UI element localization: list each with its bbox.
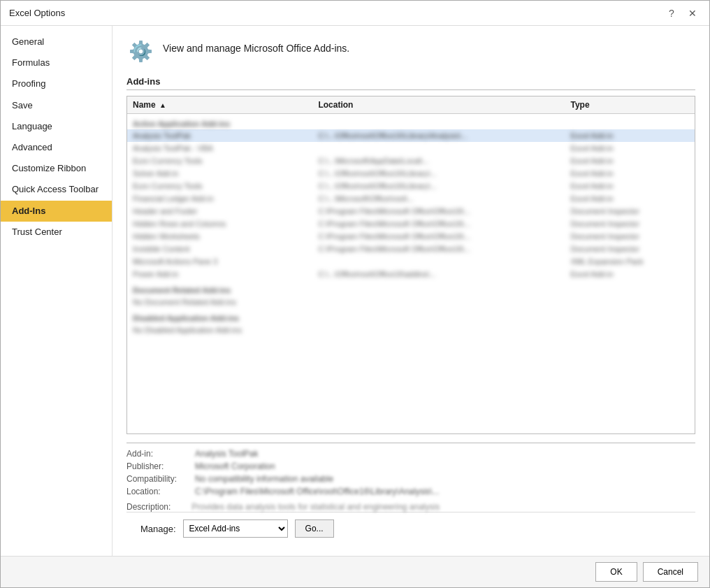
row-type: Excel Add-in: [565, 129, 695, 142]
row-name: Euro Currency Tools: [127, 155, 312, 167]
table-row[interactable]: Hidden WorksheetsC:\Program Files\Micros…: [127, 230, 695, 243]
row-type: Excel Add-in: [565, 180, 695, 192]
table-header-row: Name ▲ Location Type: [127, 96, 695, 114]
sidebar-item-customize-ribbon[interactable]: Customize Ribbon: [1, 158, 112, 179]
row-name: Invisible Content: [127, 243, 312, 255]
table-section-header: Disabled Application Add-ins: [127, 308, 695, 324]
detail-location-value: C:\Program Files\Microsoft Office\root\O…: [195, 487, 695, 496]
detail-description-row: Description: Provides data analysis tool…: [126, 502, 695, 512]
row-location: C:\...\Microsoft\AppData\Local\...: [312, 155, 565, 167]
table-row[interactable]: Header and FooterC:\Program Files\Micros…: [127, 205, 695, 217]
section-label: Add-ins: [126, 76, 695, 90]
detail-compat-label: Compatibility:: [126, 474, 189, 484]
row-location: C:\...\Microsoft\Office\root\...: [312, 192, 565, 205]
sidebar-item-general[interactable]: General: [1, 31, 112, 52]
row-name: Hidden Worksheets: [127, 230, 312, 243]
manage-select[interactable]: Excel Add-insCOM Add-insActionsXML Expan…: [183, 519, 288, 538]
row-type: Excel Add-in: [565, 192, 695, 205]
details-section: Add-in: Analysis ToolPak Publisher: Micr…: [126, 443, 695, 512]
dialog-body: GeneralFormulasProofingSaveLanguageAdvan…: [1, 26, 709, 556]
table-row[interactable]: Invisible ContentC:\Program Files\Micros…: [127, 243, 695, 255]
row-location: C:\Program Files\Microsoft Office\Office…: [312, 217, 565, 230]
addins-table: Name ▲ Location Type Active Appl: [127, 96, 695, 336]
table-row[interactable]: No Document Related Add-ins: [127, 296, 695, 308]
dialog-title: Excel Options: [9, 8, 65, 18]
section-header-cell: Disabled Application Add-ins: [127, 308, 695, 324]
row-location: [312, 255, 565, 268]
detail-addin-label: Add-in:: [126, 449, 189, 459]
row-type: [565, 296, 695, 308]
row-name: Header and Footer: [127, 205, 312, 217]
table-row[interactable]: Solver Add-inC:\...\Office\root\Office16…: [127, 167, 695, 180]
row-name: No Disabled Application Add-ins: [127, 324, 312, 336]
title-controls: ? ✕: [663, 5, 701, 22]
row-type: Document Inspector: [565, 230, 695, 243]
page-header: ⚙️ View and manage Microsoft Office Add-…: [126, 37, 695, 65]
detail-publisher-value: Microsoft Corporation: [195, 461, 695, 471]
sidebar: GeneralFormulasProofingSaveLanguageAdvan…: [1, 26, 113, 556]
table-row[interactable]: Power Add-inC:\...\Office\root\Office16\…: [127, 268, 695, 280]
page-description: View and manage Microsoft Office Add-ins…: [163, 43, 349, 54]
row-type: Document Inspector: [565, 205, 695, 217]
row-location: C:\...\Office\root\Office16\Library\...: [312, 167, 565, 180]
sidebar-item-save[interactable]: Save: [1, 95, 112, 116]
sidebar-item-add-ins[interactable]: Add-Ins: [1, 201, 112, 222]
row-name: Financial Ledger Add-in: [127, 192, 312, 205]
close-button[interactable]: ✕: [684, 5, 701, 22]
addins-table-container[interactable]: Name ▲ Location Type Active Appl: [126, 96, 695, 434]
sort-arrow-name: ▲: [159, 101, 166, 109]
row-type: [565, 324, 695, 336]
detail-location-row: Location: C:\Program Files\Microsoft Off…: [126, 487, 695, 496]
row-name: Euro Currency Tools: [127, 180, 312, 192]
row-location: C:\...\Office\root\Office16\Library\...: [312, 180, 565, 192]
row-type: Document Inspector: [565, 217, 695, 230]
row-name: Analysis ToolPak: [127, 129, 312, 142]
sidebar-item-advanced[interactable]: Advanced: [1, 137, 112, 158]
sidebar-item-quick-access-toolbar[interactable]: Quick Access Toolbar: [1, 179, 112, 200]
row-location: C:\Program Files\Microsoft Office\Office…: [312, 205, 565, 217]
title-bar: Excel Options ? ✕: [1, 1, 709, 26]
row-type: Excel Add-in: [565, 155, 695, 167]
go-button[interactable]: Go...: [295, 519, 334, 538]
detail-compat-row: Compatibility: No compatibility informat…: [126, 474, 695, 484]
row-type: Excel Add-in: [565, 268, 695, 280]
col-name[interactable]: Name ▲: [127, 96, 312, 114]
sidebar-item-formulas[interactable]: Formulas: [1, 52, 112, 73]
table-row[interactable]: Hidden Rows and ColumnsC:\Program Files\…: [127, 217, 695, 230]
sidebar-item-trust-center[interactable]: Trust Center: [1, 222, 112, 243]
excel-options-dialog: Excel Options ? ✕ GeneralFormulasProofin…: [0, 0, 710, 588]
col-type[interactable]: Type: [565, 96, 695, 114]
table-section-header: Document Related Add-ins: [127, 280, 695, 296]
sidebar-item-language[interactable]: Language: [1, 116, 112, 137]
help-button[interactable]: ?: [663, 5, 680, 22]
table-row[interactable]: Microsoft Actions Pane 3XML Expansion Pa…: [127, 255, 695, 268]
row-location: C:\...\Office\root\Office16\Library\Anal…: [312, 129, 565, 142]
table-row[interactable]: Analysis ToolPak - VBAExcel Add-in: [127, 142, 695, 155]
row-location: [312, 296, 565, 308]
row-name: Analysis ToolPak - VBA: [127, 142, 312, 155]
cancel-button[interactable]: Cancel: [643, 562, 698, 582]
section-header-cell: Document Related Add-ins: [127, 280, 695, 296]
table-row[interactable]: Euro Currency ToolsC:\...\Office\root\Of…: [127, 180, 695, 192]
row-name: Hidden Rows and Columns: [127, 217, 312, 230]
row-location: C:\Program Files\Microsoft Office\Office…: [312, 230, 565, 243]
detail-publisher-row: Publisher: Microsoft Corporation: [126, 461, 695, 471]
table-row[interactable]: Euro Currency ToolsC:\...\Microsoft\AppD…: [127, 155, 695, 167]
row-location: [312, 324, 565, 336]
detail-addin-value: Analysis ToolPak: [195, 449, 695, 459]
ok-button[interactable]: OK: [595, 562, 637, 582]
table-row[interactable]: Analysis ToolPakC:\...\Office\root\Offic…: [127, 129, 695, 142]
detail-desc-label: Description:: [126, 502, 189, 512]
table-row[interactable]: No Disabled Application Add-ins: [127, 324, 695, 336]
section-header-cell: Active Application Add-ins: [127, 114, 695, 130]
detail-compat-value: No compatibility information available: [195, 474, 695, 484]
col-location[interactable]: Location: [312, 96, 565, 114]
row-type: XML Expansion Pack: [565, 255, 695, 268]
manage-bar: Manage: Excel Add-insCOM Add-insActionsX…: [126, 512, 695, 545]
row-location: C:\Program Files\Microsoft Office\Office…: [312, 243, 565, 255]
row-name: Power Add-in: [127, 268, 312, 280]
row-location: C:\...\Office\root\Office16\addins\...: [312, 268, 565, 280]
table-row[interactable]: Financial Ledger Add-inC:\...\Microsoft\…: [127, 192, 695, 205]
detail-location-label: Location:: [126, 487, 189, 496]
sidebar-item-proofing[interactable]: Proofing: [1, 73, 112, 94]
